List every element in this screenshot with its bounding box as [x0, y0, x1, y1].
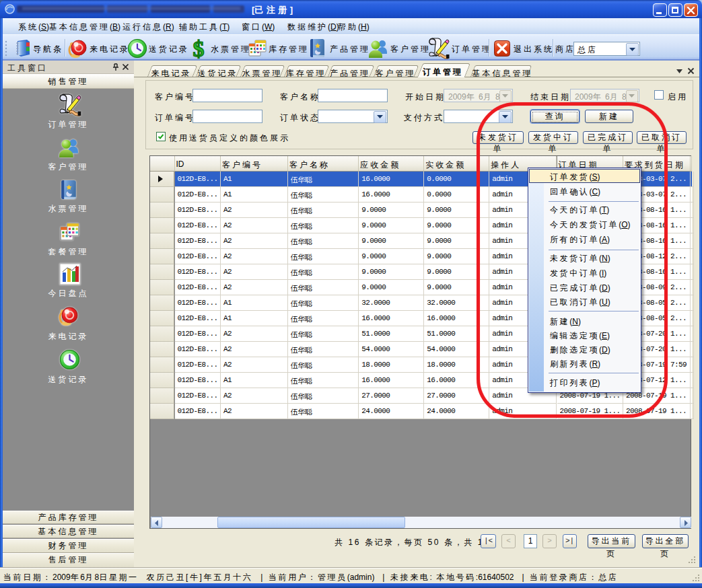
svg-text:$: $	[193, 37, 205, 60]
